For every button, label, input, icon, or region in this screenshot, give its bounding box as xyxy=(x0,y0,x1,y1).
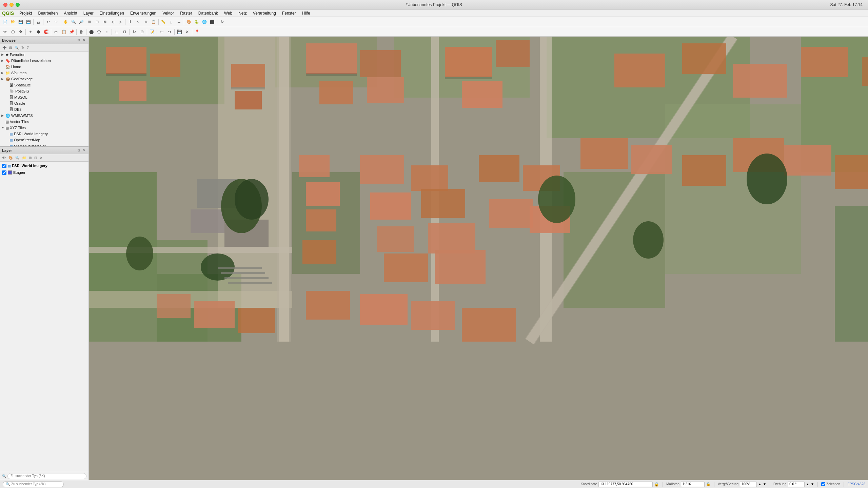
layer-filter-btn[interactable]: 🔍 xyxy=(14,156,20,160)
map-area[interactable] xyxy=(89,37,868,480)
browser-add-btn[interactable]: ➕ xyxy=(1,45,7,50)
browser-item-db2[interactable]: 🗄 DB2 xyxy=(0,106,88,113)
browser-close-btn[interactable]: ✕ xyxy=(82,38,86,43)
digitize-btn[interactable]: ⬢ xyxy=(35,28,42,36)
zoom-full-btn[interactable]: ⊞ xyxy=(85,18,93,26)
paste-feature-btn[interactable]: 📌 xyxy=(68,28,75,36)
annotation-btn[interactable]: 📍 xyxy=(193,28,201,36)
browser-item-lesezeichen[interactable]: ▶ 🔖 Räumliche Lesezeichen xyxy=(0,58,88,64)
browser-item-stamen[interactable]: ▦ Stamen Watercolor xyxy=(0,143,88,146)
save-edits-btn[interactable]: 💾 xyxy=(176,28,183,36)
search-type-input[interactable]: 🔍 Zu suchender Typ (3K) xyxy=(3,481,64,487)
magnification-input[interactable] xyxy=(740,482,757,487)
render-checkbox[interactable]: Zeichnen xyxy=(821,482,840,486)
render-check[interactable] xyxy=(821,482,825,486)
deselect-btn[interactable]: ✕ xyxy=(142,18,150,26)
select-btn[interactable]: ↖ xyxy=(134,18,142,26)
layer-item-etagen[interactable]: Etagen xyxy=(0,169,88,176)
identify-btn[interactable]: ℹ xyxy=(126,18,134,26)
coordinate-input[interactable] xyxy=(598,482,653,487)
form-btn[interactable]: 📝 xyxy=(148,28,156,36)
zoom-next-btn[interactable]: ▷ xyxy=(117,18,124,26)
layer-collapse-btn[interactable]: ⊟ xyxy=(33,156,38,160)
edit-pencil-btn[interactable]: ✏ xyxy=(1,28,9,36)
menu-raster[interactable]: Raster xyxy=(177,10,195,16)
save-btn[interactable]: 💾 xyxy=(17,18,24,26)
layer-remove-btn[interactable]: ✕ xyxy=(39,156,43,160)
globe-btn[interactable]: 🌐 xyxy=(201,18,208,26)
layer-float-btn[interactable]: ⧉ xyxy=(76,148,81,153)
edit-node-btn[interactable]: ⬡ xyxy=(9,28,17,36)
pan-btn[interactable]: ✋ xyxy=(62,18,70,26)
statistics-btn[interactable]: Σ xyxy=(167,18,175,26)
layer-etagen-checkbox[interactable] xyxy=(2,170,6,175)
print-btn[interactable]: 🖨 xyxy=(35,18,42,26)
attributes-btn[interactable]: 📋 xyxy=(150,18,157,26)
redo2-btn[interactable]: ↪ xyxy=(166,28,173,36)
browser-item-osm[interactable]: ▦ OpenStreetMap xyxy=(0,137,88,143)
save-as-btn[interactable]: 💾 xyxy=(25,18,32,26)
copy-feature-btn[interactable]: 📋 xyxy=(60,28,67,36)
browser-filter-btn[interactable]: 🔍 xyxy=(14,45,20,50)
browser-item-home[interactable]: 🏠 Home xyxy=(0,64,88,70)
browser-item-oracle[interactable]: 🗄 Oracle xyxy=(0,100,88,106)
reshape-btn[interactable]: ⬠ xyxy=(95,28,103,36)
browser-item-favoriten[interactable]: ▶ ★ Favoriten xyxy=(0,52,88,58)
layer-expand-btn[interactable]: ⊞ xyxy=(28,156,33,160)
add-feature-btn[interactable]: + xyxy=(27,28,34,36)
python-btn[interactable]: 🐍 xyxy=(193,18,200,26)
browser-item-esri-world[interactable]: ▦ ESRI World Imagery xyxy=(0,131,88,137)
undo-btn[interactable]: ↩ xyxy=(44,18,52,26)
magnify-arrow-up[interactable]: ▲ xyxy=(758,482,762,486)
snap-btn[interactable]: 🧲 xyxy=(42,28,50,36)
menu-vektor[interactable]: Vektor xyxy=(160,10,177,16)
menu-fenster[interactable]: Fenster xyxy=(279,10,299,16)
browser-item-xyz[interactable]: ▼ ▦ XYZ Tiles xyxy=(0,125,88,131)
refresh-btn[interactable]: ↻ xyxy=(218,18,226,26)
layer-add-group-btn[interactable]: 📁 xyxy=(21,156,27,160)
zoom-out-btn[interactable]: 🔎 xyxy=(78,18,85,26)
lesezeichen-arrow[interactable]: ▶ xyxy=(1,59,5,62)
menu-netz[interactable]: Netz xyxy=(236,10,250,16)
menu-projekt[interactable]: Projekt xyxy=(17,10,35,16)
scale-input[interactable] xyxy=(681,482,705,487)
browser-item-postgis[interactable]: 🐘 PostGIS xyxy=(0,88,88,94)
menu-hilfe[interactable]: Hilfe xyxy=(299,10,313,16)
open-project-btn[interactable]: 📂 xyxy=(9,18,17,26)
browser-item-vector-tiles[interactable]: ▦ Vector Tiles xyxy=(0,119,88,125)
ring-btn[interactable]: ⬤ xyxy=(87,28,95,36)
zoom-in-btn[interactable]: 🔍 xyxy=(70,18,77,26)
geopackage-arrow[interactable]: ▶ xyxy=(1,77,5,81)
favoriten-arrow[interactable]: ▶ xyxy=(1,53,5,56)
discard-btn[interactable]: ✕ xyxy=(183,28,191,36)
browser-item-volumes[interactable]: ▶ 📁 /Volumes xyxy=(0,70,88,76)
offset-point-btn[interactable]: ⊕ xyxy=(138,28,146,36)
layer-style-btn[interactable]: 🎨 xyxy=(185,18,193,26)
browser-item-wms[interactable]: ▶ 🌐 WMS/WMTS xyxy=(0,113,88,119)
new-project-btn[interactable]: 📄 xyxy=(1,18,9,26)
browser-item-mssql[interactable]: 🗄 MSSQL xyxy=(0,94,88,100)
browser-float-btn[interactable]: ⧉ xyxy=(76,38,81,43)
menu-datenbank[interactable]: Datenbank xyxy=(196,10,221,16)
split-btn[interactable]: ⊓ xyxy=(121,28,128,36)
magnify-arrow-down[interactable]: ▼ xyxy=(763,482,766,486)
measure-btn[interactable]: 📏 xyxy=(160,18,167,26)
menu-web[interactable]: Web xyxy=(221,10,235,16)
volumes-arrow[interactable]: ▶ xyxy=(1,71,5,75)
layer-esri-checkbox[interactable] xyxy=(2,164,6,168)
browser-item-geopackage[interactable]: ▶ 📦 GeoPackage xyxy=(0,76,88,82)
move-feature-btn[interactable]: ✥ xyxy=(17,28,24,36)
menu-erweiterungen[interactable]: Erweiterungen xyxy=(127,10,159,16)
cut-feature-btn[interactable]: ✂ xyxy=(52,28,60,36)
browser-refresh-btn[interactable]: ↻ xyxy=(20,45,25,50)
browser-item-spatialite[interactable]: 🗄 SpatiaLite xyxy=(0,82,88,88)
xyz-arrow[interactable]: ▼ xyxy=(1,126,5,129)
rotation-arrow-down[interactable]: ▼ xyxy=(811,482,814,486)
search-input[interactable] xyxy=(7,473,86,479)
browser-help-btn[interactable]: ? xyxy=(26,45,30,50)
menu-ansicht[interactable]: Ansicht xyxy=(61,10,80,16)
zoom-selection-btn[interactable]: ⊡ xyxy=(93,18,101,26)
menu-bearbeiten[interactable]: Bearbeiten xyxy=(35,10,60,16)
minimize-button[interactable] xyxy=(9,3,14,7)
delete-selected-btn[interactable]: 🗑 xyxy=(78,28,85,36)
